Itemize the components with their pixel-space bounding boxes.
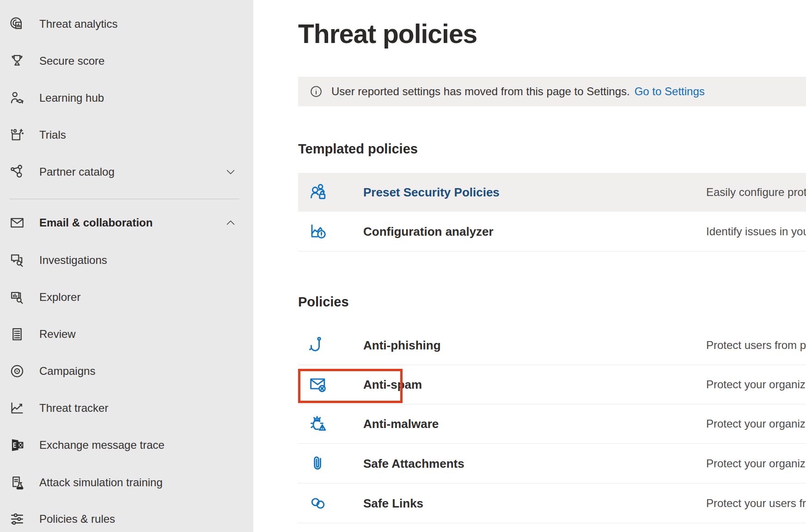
sidebar-item-secure-score[interactable]: Secure score (0, 43, 253, 79)
email-icon (8, 214, 26, 232)
banner-message: User reported settings has moved from th… (331, 85, 630, 98)
row-description: Easily configure prot (706, 186, 806, 199)
sidebar-item-threat-tracker[interactable]: Threat tracker (0, 390, 253, 427)
sidebar-item-label: Explorer (39, 279, 80, 316)
sidebar-divider (9, 199, 239, 199)
sidebar-item-trials[interactable]: Trials (0, 116, 253, 153)
sidebar-item-explorer[interactable]: Explorer (0, 279, 253, 316)
row-title: Configuration analyzer (363, 224, 494, 238)
row-description: Identify issues in you (706, 225, 806, 238)
explorer-icon (8, 288, 26, 306)
sidebar-item-label: Secure score (39, 43, 104, 79)
sidebar-item-label: Review (39, 316, 76, 353)
investigations-icon (8, 251, 26, 269)
info-circle-icon (309, 85, 323, 98)
sidebar-item-label: Exchange message trace (39, 427, 165, 464)
learning-hub-icon (8, 89, 26, 107)
row-description: Protect your organiz (706, 417, 806, 430)
row-description: Protect your users fr (706, 497, 806, 510)
row-title: Anti-malware (363, 417, 439, 431)
configuration-analyzer-icon (307, 221, 329, 242)
sidebar-item-review[interactable]: Review (0, 316, 253, 353)
sidebar-item-exchange-message-trace[interactable]: Exchange message trace (0, 427, 253, 464)
row-anti-phishing[interactable]: Anti-phishing Protect users from p (298, 326, 806, 365)
sidebar-item-label: Campaigns (39, 353, 95, 390)
sidebar-item-label: Threat tracker (39, 390, 108, 427)
row-safe-attachments[interactable]: Safe Attachments Protect your organiz (298, 444, 806, 483)
partner-catalog-icon (8, 163, 26, 181)
anti-phishing-icon (307, 335, 329, 356)
sidebar-item-label: Policies & rules (39, 501, 115, 532)
sidebar: Threat analytics Secure score Learning h… (0, 0, 253, 532)
sidebar-item-label: Email & collaboration (39, 204, 153, 241)
campaigns-icon (8, 362, 26, 380)
anti-malware-icon (307, 413, 329, 434)
sidebar-item-campaigns[interactable]: Campaigns (0, 353, 253, 390)
sidebar-item-label: Investigations (39, 242, 107, 279)
preset-security-policies-icon (307, 182, 329, 203)
main-content: Threat policies User reported settings h… (253, 0, 806, 532)
templated-policies-heading: Templated policies (298, 141, 418, 157)
row-preset-security-policies[interactable]: Preset Security Policies Easily configur… (298, 173, 806, 212)
sidebar-item-investigations[interactable]: Investigations (0, 242, 253, 279)
row-title: Safe Links (363, 496, 423, 510)
threat-tracker-icon (8, 399, 26, 417)
sidebar-item-label: Attack simulation training (39, 464, 163, 501)
trials-icon (8, 126, 26, 144)
row-anti-malware[interactable]: Anti-malware Protect your organiz (298, 404, 806, 444)
policies-heading: Policies (298, 294, 349, 310)
safe-attachments-icon (307, 453, 329, 474)
sidebar-item-email-collaboration[interactable]: Email & collaboration (0, 204, 253, 241)
anti-spam-icon (307, 374, 329, 395)
go-to-settings-link[interactable]: Go to Settings (635, 85, 705, 98)
sidebar-item-learning-hub[interactable]: Learning hub (0, 79, 253, 116)
row-title: Preset Security Policies (363, 185, 500, 200)
attack-simulation-training-icon (8, 474, 26, 491)
sidebar-item-policies-rules[interactable]: Policies & rules (0, 501, 253, 532)
chevron-up-icon[interactable] (225, 217, 237, 229)
secure-score-icon (8, 52, 26, 70)
chevron-down-icon[interactable] (225, 166, 237, 178)
row-description: Protect your organiz (706, 378, 806, 391)
microsoft-security-portal: Threat analytics Secure score Learning h… (0, 0, 806, 532)
sidebar-item-label: Partner catalog (39, 153, 115, 190)
sidebar-item-threat-analytics[interactable]: Threat analytics (0, 6, 253, 43)
sidebar-item-label: Threat analytics (39, 6, 117, 43)
row-title: Safe Attachments (363, 456, 464, 471)
policies-rules-icon (8, 510, 26, 528)
threat-analytics-icon (8, 15, 26, 33)
row-title: Anti-phishing (363, 338, 441, 353)
row-anti-spam[interactable]: Anti-spam Protect your organiz (298, 365, 806, 404)
sidebar-item-attack-simulation-training[interactable]: Attack simulation training (0, 464, 253, 501)
row-safe-links[interactable]: Safe Links Protect your users fr (298, 483, 806, 523)
info-banner: User reported settings has moved from th… (298, 77, 806, 106)
safe-links-icon (307, 493, 329, 514)
sidebar-item-label: Learning hub (39, 79, 104, 116)
page-title: Threat policies (298, 18, 477, 49)
row-description: Protect users from p (706, 339, 806, 352)
exchange-message-trace-icon (8, 436, 26, 454)
sidebar-item-partner-catalog[interactable]: Partner catalog (0, 153, 253, 190)
sidebar-item-label: Trials (39, 116, 66, 153)
review-icon (8, 325, 26, 343)
row-title: Anti-spam (363, 378, 422, 392)
row-configuration-analyzer[interactable]: Configuration analyzer Identify issues i… (298, 212, 806, 251)
row-description: Protect your organiz (706, 457, 806, 470)
